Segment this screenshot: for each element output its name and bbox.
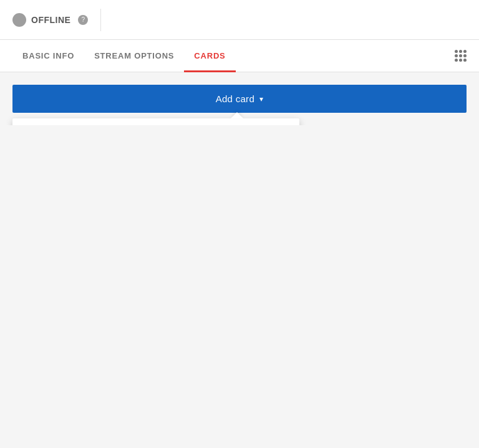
grid-dot [463, 59, 467, 62]
grid-dot [459, 50, 462, 53]
top-bar: OFFLINE ? [0, 0, 479, 40]
tabs-list: BASIC INFO STREAM OPTIONS CARDS [12, 40, 236, 72]
add-card-button[interactable]: Add card ▾ [12, 85, 467, 113]
grid-menu-icon[interactable] [455, 50, 467, 62]
tab-cards[interactable]: CARDS [184, 41, 235, 72]
dropdown-tip [231, 112, 243, 118]
top-divider [100, 9, 101, 31]
grid-dot [455, 50, 458, 53]
status-indicator: OFFLINE ? [12, 13, 88, 27]
grid-dot [463, 50, 467, 53]
tabs-right [455, 50, 467, 62]
status-dot [12, 13, 26, 27]
grid-dot [459, 54, 462, 57]
add-card-label: Add card [216, 93, 254, 104]
main-content: Add card ▾ Video or Playlist Promote a v… [0, 72, 479, 125]
grid-dot [455, 59, 458, 62]
status-text: OFFLINE [31, 15, 70, 25]
grid-dot [455, 54, 458, 57]
menu-item-video-playlist: Video or Playlist Promote a video or pla… [12, 118, 299, 125]
help-icon[interactable]: ? [78, 15, 88, 25]
grid-dot [463, 54, 467, 57]
grid-dot [459, 59, 462, 62]
tab-basic-info[interactable]: BASIC INFO [12, 41, 84, 72]
tabs-bar: BASIC INFO STREAM OPTIONS CARDS [0, 40, 479, 72]
tab-stream-options[interactable]: STREAM OPTIONS [84, 41, 184, 72]
dropdown-arrow-icon: ▾ [259, 95, 263, 103]
add-card-dropdown: Video or Playlist Promote a video or pla… [12, 118, 299, 125]
